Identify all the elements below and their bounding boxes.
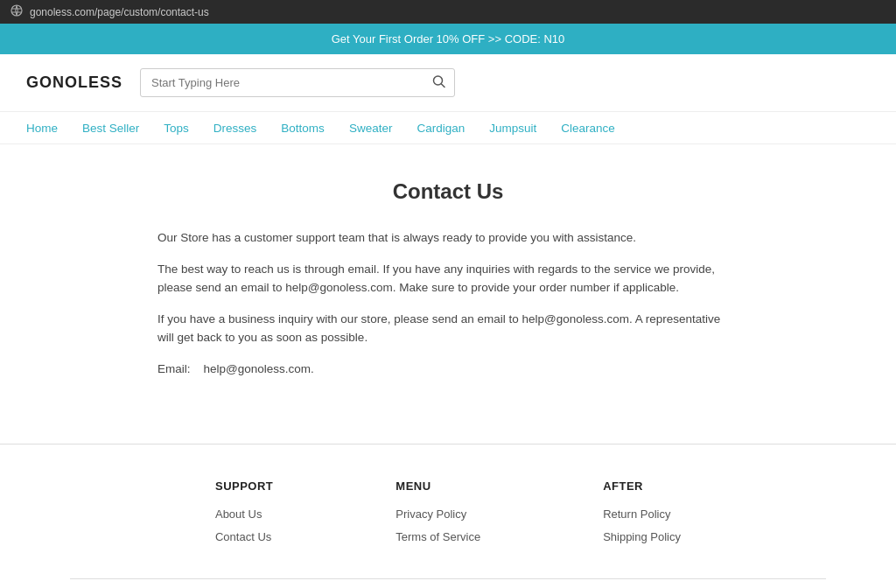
promo-banner: Get Your First Order 10% OFF >> CODE: N1… xyxy=(0,24,896,54)
search-button[interactable] xyxy=(432,74,446,91)
header: GONOLESS xyxy=(0,54,896,112)
footer-col-after: AfterReturn PolicyShipping Policy xyxy=(603,480,681,552)
footer-col-heading: SUPPORT xyxy=(215,480,273,493)
list-item: About Us xyxy=(215,507,273,521)
list-item: Terms of Service xyxy=(396,529,480,543)
list-item: Contact Us xyxy=(215,529,273,543)
contact-paragraph-3: If you have a business inquiry with our … xyxy=(158,310,738,347)
address-bar: gonoless.com/page/custom/contact-us xyxy=(0,0,896,24)
email-line: Email: help@gonoless.com. xyxy=(158,360,738,379)
footer-link-about-us[interactable]: About Us xyxy=(215,508,262,521)
footer-link-return-policy[interactable]: Return Policy xyxy=(603,508,670,521)
list-item: Return Policy xyxy=(603,507,681,521)
nav-item-jumpsuit[interactable]: Jumpsuit xyxy=(489,122,536,135)
footer: SUPPORTAbout UsContact UsMenuPrivacy Pol… xyxy=(0,444,896,588)
contact-paragraph-1: Our Store has a customer support team th… xyxy=(158,228,738,248)
svg-line-2 xyxy=(442,84,445,88)
navigation: HomeBest SellerTopsDressesBottomsSweater… xyxy=(0,112,896,144)
main-content: Contact Us Our Store has a customer supp… xyxy=(0,144,896,444)
logo[interactable]: GONOLESS xyxy=(26,74,122,92)
footer-link-terms-of-service[interactable]: Terms of Service xyxy=(396,530,480,543)
footer-columns: SUPPORTAbout UsContact UsMenuPrivacy Pol… xyxy=(70,480,826,552)
svg-point-0 xyxy=(11,5,22,16)
nav-item-home[interactable]: Home xyxy=(26,122,58,135)
footer-col-heading: After xyxy=(603,480,681,493)
footer-link-contact-us[interactable]: Contact Us xyxy=(215,530,271,543)
address-url: gonoless.com/page/custom/contact-us xyxy=(30,6,209,18)
footer-col-support: SUPPORTAbout UsContact Us xyxy=(215,480,273,552)
footer-col-menu: MenuPrivacy PolicyTerms of Service xyxy=(396,480,480,552)
nav-item-cardigan[interactable]: Cardigan xyxy=(416,122,465,135)
search-icon xyxy=(432,74,446,88)
search-container xyxy=(140,68,455,97)
page-title: Contact Us xyxy=(158,179,738,204)
nav-item-clearance[interactable]: Clearance xyxy=(561,122,615,135)
list-item: Privacy Policy xyxy=(396,507,480,521)
nav-item-bottoms[interactable]: Bottoms xyxy=(281,122,325,135)
email-label: Email: xyxy=(158,362,191,375)
contact-paragraph-2: The best way to reach us is through emai… xyxy=(158,260,738,298)
nav-item-sweater[interactable]: Sweater xyxy=(349,122,393,135)
nav-item-best-seller[interactable]: Best Seller xyxy=(82,122,139,135)
nav-item-dresses[interactable]: Dresses xyxy=(214,122,257,135)
footer-col-heading: Menu xyxy=(396,480,480,493)
search-input[interactable] xyxy=(140,68,455,97)
footer-link-shipping-policy[interactable]: Shipping Policy xyxy=(603,530,681,543)
email-address: help@gonoless.com. xyxy=(204,362,314,375)
list-item: Shipping Policy xyxy=(603,529,681,543)
nav-item-tops[interactable]: Tops xyxy=(164,122,189,135)
footer-divider xyxy=(70,578,826,579)
footer-link-privacy-policy[interactable]: Privacy Policy xyxy=(396,508,466,521)
browser-icon xyxy=(10,4,23,19)
